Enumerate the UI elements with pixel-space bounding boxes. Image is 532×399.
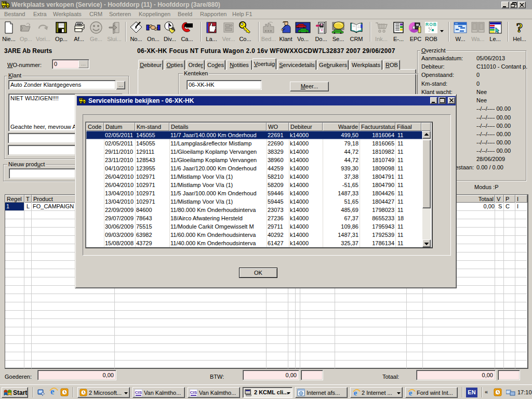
svg-text:ROB: ROB (425, 22, 437, 27)
svg-text:CIS: CIS (135, 390, 142, 395)
svg-text:CIS: CIS (190, 390, 197, 395)
svg-text:?: ? (516, 21, 523, 34)
